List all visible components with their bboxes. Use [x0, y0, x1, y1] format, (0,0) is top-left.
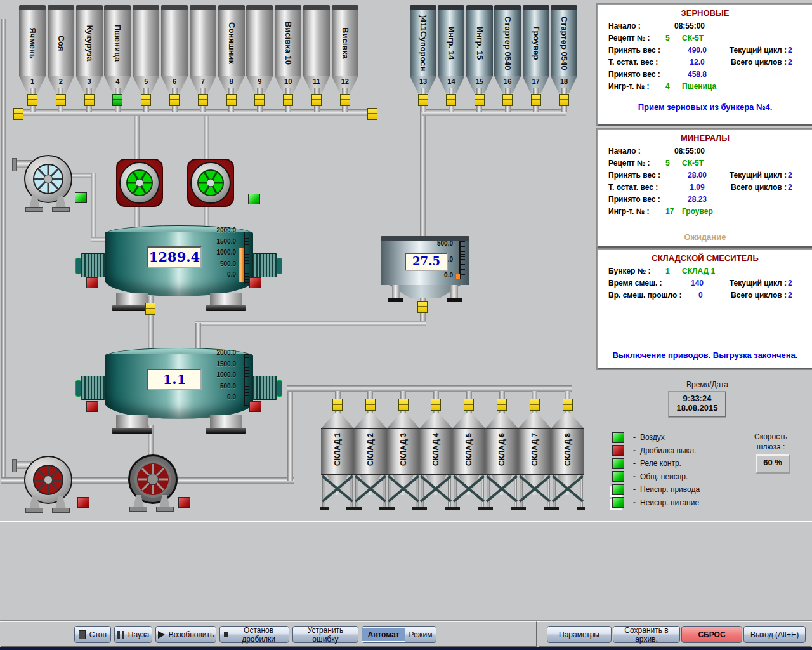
legend-label: Неиспр. привода: [640, 485, 700, 494]
silo-valve[interactable]: [84, 94, 95, 106]
legend-label: Реле контр.: [640, 459, 681, 468]
storage-valve[interactable]: [365, 399, 376, 411]
auto-mode-chip[interactable]: Автомат: [362, 628, 405, 642]
stop-button[interactable]: Стоп: [74, 626, 111, 643]
silo-valve[interactable]: [27, 94, 37, 106]
main-scale-mixer: 2000.0 1500.0 1000.0 500.0 0.0 1289.4: [105, 225, 253, 314]
silo-valve[interactable]: [311, 94, 322, 106]
storage-foot: [320, 507, 329, 510]
silo-valve[interactable]: [169, 94, 180, 106]
silo-cap: [466, 5, 493, 10]
silo-number: 14: [438, 77, 464, 85]
silo-label: Ингр. 15: [475, 27, 484, 60]
line-valve[interactable]: [13, 108, 23, 120]
legend-item: - Неиспр. питание: [612, 498, 783, 508]
level-ruler: [244, 354, 249, 406]
crusher-stop-button[interactable]: Останов дробилки: [219, 626, 289, 643]
storage-silo: СКЛАД 2: [354, 391, 387, 512]
silo-valve[interactable]: [141, 94, 151, 106]
pipe: [195, 321, 426, 326]
pause-button[interactable]: Пауза: [114, 626, 152, 643]
silo-valve[interactable]: [56, 94, 66, 106]
legend-label: Неиспр. питание: [640, 498, 699, 507]
silo-valve[interactable]: [502, 94, 513, 106]
silo-cap: [161, 5, 188, 10]
storage-valve[interactable]: [464, 399, 474, 411]
silo-valve[interactable]: [198, 94, 208, 106]
silo-valve[interactable]: [446, 94, 456, 106]
storage-valve[interactable]: [332, 399, 343, 411]
level-ruler: [459, 241, 465, 279]
recipe-name: СК-5Т: [682, 159, 704, 168]
storage-silo: СКЛАД 4: [419, 391, 452, 512]
resume-button-label: Возобновить: [169, 630, 214, 639]
exit-button[interactable]: Выход (Alt+E): [743, 626, 806, 643]
status-indicator-pump2: [178, 497, 190, 508]
storage-valve[interactable]: [563, 399, 573, 411]
scale-tick: 500.0: [203, 383, 236, 394]
silo: Кукуруза 3: [76, 5, 103, 117]
silo-number: 4: [104, 77, 131, 85]
silo-valve[interactable]: [254, 94, 265, 106]
field-label: Рецепт № :: [608, 34, 664, 43]
silo-valve[interactable]: [283, 94, 293, 106]
resume-button[interactable]: Возобновить: [155, 626, 216, 643]
storage-foot: [353, 507, 362, 510]
silo-number: 9: [246, 77, 273, 85]
field-label: Принято вес :: [608, 195, 674, 204]
legend-color-square: [612, 497, 624, 508]
pipe: [204, 116, 209, 161]
silo-valve[interactable]: [112, 94, 122, 106]
reset-button[interactable]: СБРОС: [681, 626, 742, 643]
silo-label: Ингр. 14: [447, 27, 456, 60]
silo-valve[interactable]: [226, 94, 237, 106]
field-label: Вр. смеш. прошло :: [608, 291, 697, 300]
storage-top-cone: [485, 411, 518, 428]
silo-valve[interactable]: [531, 94, 541, 106]
silo-label: Ячмень: [28, 27, 37, 59]
silo-valve[interactable]: [475, 94, 485, 106]
reset-button-label: СБРОС: [698, 630, 725, 639]
mode-toggle-button[interactable]: Автомат Режим: [362, 626, 436, 643]
silo: Висівка 10 10: [275, 5, 301, 117]
silo-valve[interactable]: [418, 94, 428, 106]
silo-cap: [104, 5, 131, 10]
field-label: Ингр-т. № :: [608, 82, 664, 91]
storage-valve[interactable]: [530, 399, 540, 411]
crusher-stop-button-label: Останов дробилки: [232, 626, 285, 644]
silo-body: [303, 8, 330, 76]
storage-top-cone: [419, 411, 452, 428]
save-archive-button[interactable]: Сохранить в архив.: [613, 626, 680, 643]
mixer-motor-right: [252, 376, 277, 400]
line-valve[interactable]: [417, 301, 428, 313]
storage-foot: [419, 507, 427, 510]
square-icon: [224, 632, 228, 637]
gate-speed-value[interactable]: 60 %: [756, 454, 790, 474]
pipe: [1, 19, 6, 481]
recipe-name: СК-5Т: [682, 34, 704, 43]
gate-speed-label: Скорость шлюза :: [736, 432, 806, 452]
gate-speed-label-line2: шлюза :: [736, 442, 806, 452]
legend-dash: -: [633, 485, 636, 494]
mixer-motor-right: [252, 253, 277, 277]
silo-number: 8: [218, 77, 245, 85]
silo-label: Пшеница: [113, 25, 122, 62]
ingredient-name: Пшеница: [682, 82, 716, 91]
silo-valve[interactable]: [340, 94, 350, 106]
line-valve[interactable]: [145, 303, 155, 315]
fix-error-button[interactable]: Устранить ошибку: [292, 626, 358, 643]
line-valve[interactable]: [367, 108, 377, 120]
storage-valve[interactable]: [497, 399, 507, 411]
storage-valve[interactable]: [398, 399, 409, 411]
silo-valve[interactable]: [559, 94, 569, 106]
storage-silo: СКЛАД 8: [551, 391, 584, 512]
crusher-disc: [190, 162, 231, 204]
silo-cap: [551, 5, 577, 10]
fix-error-button-label: Устранить ошибку: [297, 626, 354, 644]
accepted-weight: 458.8: [674, 70, 720, 79]
storage-valve[interactable]: [431, 399, 441, 411]
recipe-number: 5: [664, 34, 682, 43]
panel-title: СКЛАДСКОЙ СМЕСИТЕЛЬ: [598, 250, 812, 265]
status-indicator-mixer1-right: [249, 277, 261, 288]
parameters-button[interactable]: Параметры: [547, 626, 612, 643]
